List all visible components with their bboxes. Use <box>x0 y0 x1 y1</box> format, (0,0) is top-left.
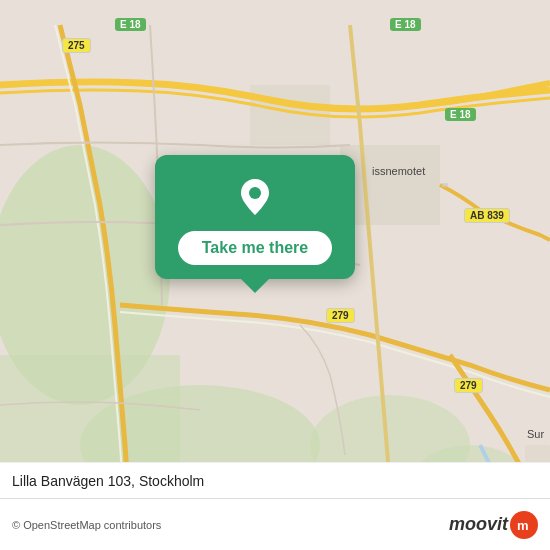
attribution-text: © OpenStreetMap contributors <box>12 519 161 531</box>
svg-rect-6 <box>340 145 440 225</box>
road-badge-279: 279 <box>326 308 355 323</box>
place-label-issne: issnemotet <box>372 165 425 177</box>
svg-point-12 <box>249 187 261 199</box>
map-container: E 18 E 18 E 18 275 279 279 AB 839 issnem… <box>0 0 550 550</box>
location-pin-icon <box>233 175 277 219</box>
road-badge-e18-1: E 18 <box>115 18 146 31</box>
moovit-name: moovit <box>449 514 508 535</box>
place-label-sur: Sur <box>527 428 544 440</box>
take-me-there-button[interactable]: Take me there <box>178 231 332 265</box>
road-badge-279-2: 279 <box>454 378 483 393</box>
road-badge-e18-3: E 18 <box>445 108 476 121</box>
road-badge-ab839: AB 839 <box>464 208 510 223</box>
road-badge-e18-2: E 18 <box>390 18 421 31</box>
moovit-icon: m <box>510 511 538 539</box>
bottom-bar: © OpenStreetMap contributors moovit m <box>0 498 550 550</box>
road-badge-275: 275 <box>62 38 91 53</box>
popup-card: Take me there <box>155 155 355 279</box>
address-text: Lilla Banvägen 103, Stockholm <box>12 473 204 489</box>
svg-text:m: m <box>517 518 529 533</box>
svg-rect-8 <box>442 183 448 187</box>
address-bar: Lilla Banvägen 103, Stockholm <box>0 462 550 498</box>
moovit-logo: moovit m <box>449 511 538 539</box>
